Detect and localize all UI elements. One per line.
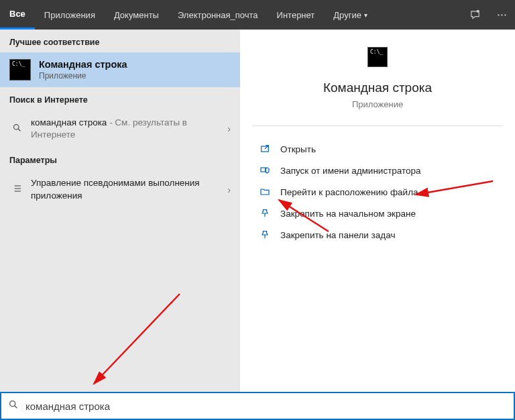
svg-point-0 <box>477 10 479 12</box>
search-bar[interactable] <box>0 392 515 420</box>
tab-other[interactable]: Другие▾ <box>324 0 377 30</box>
web-result-item[interactable]: командная строка - См. результаты в Инте… <box>0 110 240 148</box>
svg-point-3 <box>504 14 506 15</box>
search-input[interactable] <box>25 401 507 412</box>
svg-line-5 <box>18 129 20 131</box>
action-label: Перейти к расположению файла <box>280 187 418 197</box>
tab-apps[interactable]: Приложения <box>35 0 105 30</box>
svg-point-1 <box>498 14 499 15</box>
search-icon <box>8 399 19 413</box>
tab-label: Документы <box>114 10 159 20</box>
svg-line-17 <box>15 406 17 409</box>
tab-label: Интернет <box>277 10 315 20</box>
best-match-item[interactable]: Командная строка Приложение <box>0 52 240 87</box>
chevron-down-icon: ▾ <box>364 11 367 19</box>
settings-list-icon <box>9 183 24 196</box>
tab-all[interactable]: Все <box>0 0 35 30</box>
tab-internet[interactable]: Интернет <box>268 0 325 30</box>
section-settings: Параметры <box>0 148 240 170</box>
tab-label: Электронная_почта <box>178 10 258 20</box>
action-pin-start[interactable]: Закрепить на начальном экране <box>252 203 503 224</box>
search-icon <box>9 123 24 135</box>
svg-point-2 <box>501 14 502 15</box>
results-panel: Лучшее соответствие Командная строка При… <box>0 30 240 392</box>
action-run-as-admin[interactable]: Запуск от имени администратора <box>252 160 503 181</box>
more-icon[interactable] <box>488 0 515 30</box>
action-pin-taskbar[interactable]: Закрепить на панели задач <box>252 224 503 246</box>
shield-icon <box>258 164 272 176</box>
tab-email[interactable]: Электронная_почта <box>168 0 268 30</box>
action-open[interactable]: Открыть <box>252 138 503 160</box>
tab-documents[interactable]: Документы <box>105 0 168 30</box>
pin-icon <box>258 229 272 241</box>
open-icon <box>258 143 272 155</box>
action-label: Запуск от имени администратора <box>280 166 421 176</box>
cmd-icon <box>9 59 31 81</box>
action-label: Закрепить на панели задач <box>280 230 395 240</box>
settings-result-item[interactable]: Управление псевдонимами выполнения прило… <box>0 170 240 208</box>
details-title: Командная строка <box>252 81 503 95</box>
top-tabs: Все Приложения Документы Электронная_поч… <box>0 0 515 30</box>
action-label: Закрепить на начальном экране <box>280 209 416 219</box>
best-match-title: Командная строка <box>39 59 127 70</box>
details-subtitle: Приложение <box>252 99 503 109</box>
action-open-file-location[interactable]: Перейти к расположению файла <box>252 181 503 203</box>
svg-point-4 <box>13 125 19 130</box>
web-result-text: командная строка - См. результаты в Инте… <box>31 117 223 141</box>
section-web: Поиск в Интернете <box>0 87 240 110</box>
settings-result-text: Управление псевдонимами выполнения прило… <box>31 177 223 201</box>
feedback-icon[interactable] <box>461 0 488 30</box>
folder-icon <box>258 186 272 198</box>
tab-label: Все <box>9 9 25 19</box>
chevron-right-icon: › <box>227 185 231 195</box>
pin-icon <box>258 207 272 219</box>
svg-point-16 <box>10 401 15 407</box>
tab-label: Другие <box>333 10 361 20</box>
chevron-right-icon: › <box>227 123 231 134</box>
actions-list: Открыть Запуск от имени администратора П… <box>240 126 515 258</box>
cmd-icon <box>367 47 388 67</box>
tab-label: Приложения <box>44 10 95 20</box>
section-best-match: Лучшее соответствие <box>0 30 240 52</box>
details-panel: Командная строка Приложение Открыть Запу… <box>240 30 515 392</box>
best-match-subtitle: Приложение <box>39 71 127 81</box>
action-label: Открыть <box>280 144 316 154</box>
